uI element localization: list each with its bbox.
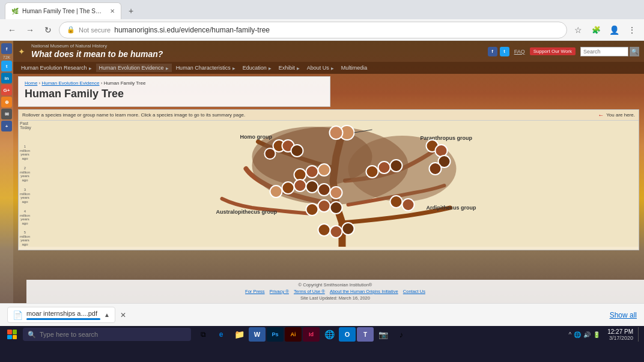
- taskbar-app-word[interactable]: W: [249, 327, 266, 342]
- austral-circle-2: [282, 182, 294, 194]
- taskbar-app-illustrator[interactable]: Ai: [285, 327, 302, 342]
- homo-group-label: Homo group: [240, 134, 273, 140]
- rss-btn[interactable]: ⊕: [1, 97, 12, 107]
- reload-button[interactable]: ↻: [41, 23, 55, 37]
- nav-human-characteristics[interactable]: Human Characteristics: [173, 64, 238, 72]
- nav-icons-right: ☆ 🧩 👤 ⋮: [571, 23, 639, 37]
- mid-circle-4: [366, 166, 378, 178]
- paranthropus-group-label: Paranthropus group: [421, 135, 473, 141]
- footer-terms-link[interactable]: Terms of Use ®: [294, 289, 325, 294]
- nav-exhibit[interactable]: Exhibit: [276, 64, 303, 72]
- active-tab[interactable]: 🌿 Human Family Tree | The Smithso... ✕: [5, 2, 121, 19]
- lower-circle-5: [402, 199, 415, 211]
- extensions-button[interactable]: 🧩: [589, 23, 603, 37]
- tab-favicon: 🌿: [11, 8, 19, 14]
- taskbar-app-chrome[interactable]: 🌐: [321, 327, 338, 342]
- faq-link[interactable]: FAQ: [514, 49, 525, 55]
- email-share-btn[interactable]: ✉: [1, 109, 12, 119]
- taskbar-app-outlook[interactable]: O: [339, 327, 356, 342]
- taskbar-app-task-view[interactable]: ⧉: [195, 327, 211, 342]
- lower-circle-4: [390, 196, 402, 208]
- nav-human-evolution-research[interactable]: Human Evolution Research: [18, 64, 95, 72]
- austral-circle-5: [318, 184, 330, 196]
- download-item: 📄 moar internships a....pdf ▲: [7, 307, 115, 323]
- search-button[interactable]: 🔍: [630, 47, 639, 56]
- homo-circle-3: [291, 145, 303, 157]
- footer-about-link[interactable]: About the Human Origins Initiative: [330, 289, 398, 294]
- homo-circle-4: [265, 148, 276, 159]
- taskbar-app-camera[interactable]: 📷: [375, 327, 392, 342]
- show-desktop-button[interactable]: [638, 327, 642, 342]
- download-info: moar internships a....pdf: [26, 310, 100, 320]
- tree-svg: Homo group Paranthropus group Australopi…: [46, 121, 639, 247]
- breadcrumb-section[interactable]: Human Evolution Evidence: [41, 80, 99, 86]
- footer-contact-link[interactable]: Contact Us: [403, 289, 425, 294]
- embed-btn[interactable]: +: [1, 121, 12, 131]
- taskbar-search-bar[interactable]: 🔍 Type here to search: [23, 328, 191, 341]
- bottom-circle-1: [318, 224, 330, 236]
- tab-bar: 🌿 Human Family Tree | The Smithso... ✕ +: [0, 0, 644, 19]
- download-close-button[interactable]: ✕: [120, 311, 126, 319]
- facebook-share-btn[interactable]: f: [1, 43, 12, 54]
- breadcrumb-current: Human Family Tree: [104, 80, 146, 86]
- taskbar-clock[interactable]: 12:27 PM 3/17/2020: [605, 328, 636, 341]
- linkedin-share-btn[interactable]: in: [1, 73, 12, 83]
- tray-network-icon[interactable]: 🌐: [574, 331, 581, 338]
- tree-instruction: Rollover a species image or group name t…: [19, 110, 639, 121]
- breadcrumb-home[interactable]: Home: [25, 80, 37, 86]
- nav-multimedia[interactable]: Multimedia: [338, 64, 371, 72]
- page-content: Home › Human Evolution Evidence › Human …: [18, 76, 330, 107]
- taskbar: 🔍 Type here to search ⧉ e 📁 W Ps Ai Id 🌐…: [0, 326, 644, 343]
- header-twitter-btn[interactable]: t: [500, 47, 509, 56]
- search-input[interactable]: [580, 47, 628, 56]
- google-share-btn[interactable]: G+: [1, 85, 12, 95]
- timeline-today: Today: [20, 125, 31, 130]
- new-tab-button[interactable]: +: [123, 2, 139, 19]
- nav-human-evolution-evidence[interactable]: Human Evolution Evidence: [96, 64, 172, 72]
- profile-button[interactable]: 👤: [607, 23, 621, 37]
- footer-privacy-link[interactable]: Privacy ®: [270, 289, 289, 294]
- taskbar-app-photoshop[interactable]: Ps: [267, 327, 284, 342]
- page-title: Human Family Tree: [25, 88, 324, 100]
- timeline-3m: 3millionyearsago: [20, 188, 30, 204]
- mid-circle-6: [390, 160, 402, 172]
- taskbar-search-placeholder: Type here to search: [40, 331, 98, 338]
- browser-frame: 🌿 Human Family Tree | The Smithso... ✕ +…: [0, 0, 644, 326]
- tab-close-icon[interactable]: ✕: [110, 8, 115, 14]
- download-chevron-icon[interactable]: ▲: [104, 312, 110, 318]
- taskbar-app-music[interactable]: ♪: [393, 327, 410, 342]
- support-btn[interactable]: Support Our Work: [530, 47, 576, 55]
- twitter-share-btn[interactable]: t: [1, 61, 12, 71]
- header-facebook-btn[interactable]: f: [488, 47, 497, 56]
- taskbar-app-edge[interactable]: e: [213, 327, 229, 342]
- protocol-label: Not secure: [79, 26, 111, 34]
- taskbar-app-teams[interactable]: T: [357, 327, 374, 342]
- header-right: f t FAQ Support Our Work 🔍: [488, 47, 639, 56]
- nav-about-us[interactable]: About Us: [304, 64, 337, 72]
- tray-battery-icon[interactable]: 🔋: [593, 331, 600, 338]
- nav-bar: ← → ↻ 🔒 Not secure humanorigins.si.edu/e…: [0, 19, 644, 41]
- win-pane-blue: [7, 335, 12, 340]
- australopithecus-group-label: Australopithecus group: [216, 209, 278, 215]
- footer-press-link[interactable]: For Press: [245, 289, 265, 294]
- start-button[interactable]: [2, 327, 22, 342]
- forward-button[interactable]: →: [23, 23, 37, 37]
- bookmark-button[interactable]: ☆: [571, 23, 585, 37]
- system-tray: ^ 🌐 🔊 🔋: [566, 331, 603, 338]
- timeline-2m: 2millionyearsago: [20, 166, 30, 182]
- tray-chevron-icon[interactable]: ^: [568, 331, 571, 338]
- share-count: 72K: [3, 55, 10, 59]
- you-arrow-icon: ←: [598, 112, 604, 118]
- taskbar-app-file-explorer[interactable]: 📁: [231, 327, 248, 342]
- museum-name: National Museum of Natural History: [31, 43, 163, 49]
- tray-volume-icon[interactable]: 🔊: [583, 331, 591, 338]
- austral-circle-1: [270, 186, 282, 198]
- show-all-button[interactable]: Show all: [610, 311, 637, 319]
- menu-button[interactable]: ⋮: [625, 23, 639, 37]
- you-are-here: ← You are here.: [598, 112, 635, 118]
- address-bar[interactable]: 🔒 Not secure humanorigins.si.edu/evidenc…: [59, 22, 567, 38]
- taskbar-app-indesign[interactable]: Id: [303, 327, 320, 342]
- back-button[interactable]: ←: [5, 23, 19, 37]
- nav-education[interactable]: Education: [240, 64, 275, 72]
- instruction-text: Rollover a species image or group name t…: [22, 112, 245, 118]
